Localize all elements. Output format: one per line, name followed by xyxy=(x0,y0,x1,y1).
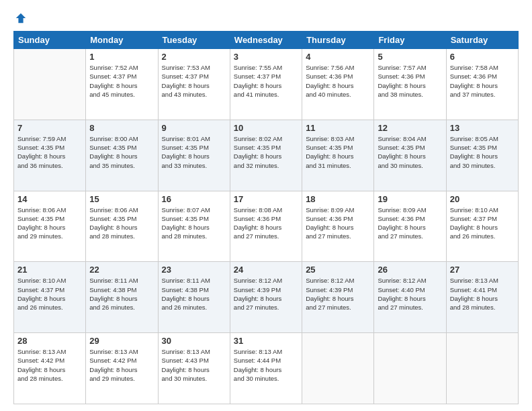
day-number: 10 xyxy=(234,123,298,133)
day-number: 4 xyxy=(306,52,370,62)
calendar-cell: 14Sunrise: 8:06 AM Sunset: 4:35 PM Dayli… xyxy=(14,191,86,262)
day-number: 28 xyxy=(17,336,82,346)
day-info: Sunrise: 8:06 AM Sunset: 4:35 PM Dayligh… xyxy=(17,205,82,241)
calendar-cell: 16Sunrise: 8:07 AM Sunset: 4:35 PM Dayli… xyxy=(158,191,230,262)
calendar-cell: 18Sunrise: 8:09 AM Sunset: 4:36 PM Dayli… xyxy=(302,191,374,262)
day-info: Sunrise: 8:13 AM Sunset: 4:44 PM Dayligh… xyxy=(234,347,298,383)
calendar-cell: 26Sunrise: 8:12 AM Sunset: 4:40 PM Dayli… xyxy=(374,262,446,333)
day-info: Sunrise: 7:58 AM Sunset: 4:36 PM Dayligh… xyxy=(450,63,515,99)
day-info: Sunrise: 8:11 AM Sunset: 4:38 PM Dayligh… xyxy=(162,276,226,312)
day-info: Sunrise: 7:56 AM Sunset: 4:36 PM Dayligh… xyxy=(306,63,370,99)
day-number: 20 xyxy=(450,194,515,204)
day-info: Sunrise: 7:52 AM Sunset: 4:37 PM Dayligh… xyxy=(89,63,154,99)
day-number: 27 xyxy=(450,265,515,275)
weekday-header-monday: Monday xyxy=(86,32,158,49)
day-number: 30 xyxy=(162,336,226,346)
calendar-cell: 7Sunrise: 7:59 AM Sunset: 4:35 PM Daylig… xyxy=(14,120,86,191)
logo xyxy=(13,12,27,24)
calendar-cell: 20Sunrise: 8:10 AM Sunset: 4:37 PM Dayli… xyxy=(446,191,518,262)
weekday-header-wednesday: Wednesday xyxy=(230,32,302,49)
calendar-cell: 24Sunrise: 8:12 AM Sunset: 4:39 PM Dayli… xyxy=(230,262,302,333)
day-number: 9 xyxy=(162,123,226,133)
day-info: Sunrise: 8:10 AM Sunset: 4:37 PM Dayligh… xyxy=(17,276,82,312)
day-number: 1 xyxy=(89,52,154,62)
day-number: 12 xyxy=(378,123,442,133)
page: SundayMondayTuesdayWednesdayThursdayFrid… xyxy=(0,0,532,411)
calendar-cell: 17Sunrise: 8:08 AM Sunset: 4:36 PM Dayli… xyxy=(230,191,302,262)
calendar-cell: 25Sunrise: 8:12 AM Sunset: 4:39 PM Dayli… xyxy=(302,262,374,333)
day-info: Sunrise: 8:08 AM Sunset: 4:36 PM Dayligh… xyxy=(234,205,298,241)
calendar-cell: 21Sunrise: 8:10 AM Sunset: 4:37 PM Dayli… xyxy=(14,262,86,333)
calendar-week-row: 21Sunrise: 8:10 AM Sunset: 4:37 PM Dayli… xyxy=(14,262,519,333)
weekday-header-tuesday: Tuesday xyxy=(158,32,230,49)
calendar-table: SundayMondayTuesdayWednesdayThursdayFrid… xyxy=(13,31,519,404)
day-info: Sunrise: 8:09 AM Sunset: 4:36 PM Dayligh… xyxy=(378,205,442,241)
day-info: Sunrise: 8:12 AM Sunset: 4:39 PM Dayligh… xyxy=(234,276,298,312)
day-info: Sunrise: 8:13 AM Sunset: 4:41 PM Dayligh… xyxy=(450,276,515,312)
weekday-header-sunday: Sunday xyxy=(14,32,86,49)
calendar-cell: 28Sunrise: 8:13 AM Sunset: 4:42 PM Dayli… xyxy=(14,333,86,404)
calendar-cell: 13Sunrise: 8:05 AM Sunset: 4:35 PM Dayli… xyxy=(446,120,518,191)
day-number: 26 xyxy=(378,265,442,275)
day-info: Sunrise: 8:13 AM Sunset: 4:42 PM Dayligh… xyxy=(17,347,82,383)
day-number: 7 xyxy=(17,123,82,133)
day-number: 19 xyxy=(378,194,442,204)
day-number: 3 xyxy=(234,52,298,62)
day-number: 5 xyxy=(378,52,442,62)
calendar-cell xyxy=(374,333,446,404)
day-info: Sunrise: 8:13 AM Sunset: 4:42 PM Dayligh… xyxy=(89,347,154,383)
day-info: Sunrise: 8:06 AM Sunset: 4:35 PM Dayligh… xyxy=(89,205,154,241)
calendar-cell: 1Sunrise: 7:52 AM Sunset: 4:37 PM Daylig… xyxy=(86,49,158,120)
calendar-week-row: 28Sunrise: 8:13 AM Sunset: 4:42 PM Dayli… xyxy=(14,333,519,404)
day-number: 31 xyxy=(234,336,298,346)
day-number: 8 xyxy=(89,123,154,133)
calendar-cell: 27Sunrise: 8:13 AM Sunset: 4:41 PM Dayli… xyxy=(446,262,518,333)
day-info: Sunrise: 8:05 AM Sunset: 4:35 PM Dayligh… xyxy=(450,134,515,170)
calendar-cell: 19Sunrise: 8:09 AM Sunset: 4:36 PM Dayli… xyxy=(374,191,446,262)
calendar-cell xyxy=(446,333,518,404)
calendar-week-row: 14Sunrise: 8:06 AM Sunset: 4:35 PM Dayli… xyxy=(14,191,519,262)
day-number: 21 xyxy=(17,265,82,275)
logo-icon xyxy=(15,12,27,24)
calendar-cell: 23Sunrise: 8:11 AM Sunset: 4:38 PM Dayli… xyxy=(158,262,230,333)
calendar-cell: 22Sunrise: 8:11 AM Sunset: 4:38 PM Dayli… xyxy=(86,262,158,333)
day-number: 13 xyxy=(450,123,515,133)
day-info: Sunrise: 7:57 AM Sunset: 4:36 PM Dayligh… xyxy=(378,63,442,99)
day-number: 18 xyxy=(306,194,370,204)
calendar-cell: 31Sunrise: 8:13 AM Sunset: 4:44 PM Dayli… xyxy=(230,333,302,404)
calendar-cell: 10Sunrise: 8:02 AM Sunset: 4:35 PM Dayli… xyxy=(230,120,302,191)
calendar-cell: 6Sunrise: 7:58 AM Sunset: 4:36 PM Daylig… xyxy=(446,49,518,120)
day-info: Sunrise: 8:00 AM Sunset: 4:35 PM Dayligh… xyxy=(89,134,154,170)
calendar-cell: 12Sunrise: 8:04 AM Sunset: 4:35 PM Dayli… xyxy=(374,120,446,191)
day-number: 29 xyxy=(89,336,154,346)
calendar-cell xyxy=(14,49,86,120)
calendar-cell: 15Sunrise: 8:06 AM Sunset: 4:35 PM Dayli… xyxy=(86,191,158,262)
day-info: Sunrise: 8:03 AM Sunset: 4:35 PM Dayligh… xyxy=(306,134,370,170)
calendar-cell: 9Sunrise: 8:01 AM Sunset: 4:35 PM Daylig… xyxy=(158,120,230,191)
day-info: Sunrise: 8:10 AM Sunset: 4:37 PM Dayligh… xyxy=(450,205,515,241)
day-number: 23 xyxy=(162,265,226,275)
day-info: Sunrise: 8:12 AM Sunset: 4:40 PM Dayligh… xyxy=(378,276,442,312)
calendar-cell xyxy=(302,333,374,404)
calendar-cell: 2Sunrise: 7:53 AM Sunset: 4:37 PM Daylig… xyxy=(158,49,230,120)
weekday-header-thursday: Thursday xyxy=(302,32,374,49)
calendar-week-row: 1Sunrise: 7:52 AM Sunset: 4:37 PM Daylig… xyxy=(14,49,519,120)
day-number: 14 xyxy=(17,194,82,204)
calendar-cell: 29Sunrise: 8:13 AM Sunset: 4:42 PM Dayli… xyxy=(86,333,158,404)
calendar-header-row: SundayMondayTuesdayWednesdayThursdayFrid… xyxy=(14,32,519,49)
day-number: 25 xyxy=(306,265,370,275)
day-number: 22 xyxy=(89,265,154,275)
weekday-header-friday: Friday xyxy=(374,32,446,49)
day-info: Sunrise: 7:59 AM Sunset: 4:35 PM Dayligh… xyxy=(17,134,82,170)
day-info: Sunrise: 7:53 AM Sunset: 4:37 PM Dayligh… xyxy=(162,63,226,99)
day-info: Sunrise: 8:12 AM Sunset: 4:39 PM Dayligh… xyxy=(306,276,370,312)
day-info: Sunrise: 8:02 AM Sunset: 4:35 PM Dayligh… xyxy=(234,134,298,170)
calendar-cell: 30Sunrise: 8:13 AM Sunset: 4:43 PM Dayli… xyxy=(158,333,230,404)
calendar-cell: 8Sunrise: 8:00 AM Sunset: 4:35 PM Daylig… xyxy=(86,120,158,191)
day-number: 15 xyxy=(89,194,154,204)
day-number: 17 xyxy=(234,194,298,204)
day-number: 11 xyxy=(306,123,370,133)
calendar-cell: 4Sunrise: 7:56 AM Sunset: 4:36 PM Daylig… xyxy=(302,49,374,120)
day-info: Sunrise: 8:11 AM Sunset: 4:38 PM Dayligh… xyxy=(89,276,154,312)
day-info: Sunrise: 7:55 AM Sunset: 4:37 PM Dayligh… xyxy=(234,63,298,99)
